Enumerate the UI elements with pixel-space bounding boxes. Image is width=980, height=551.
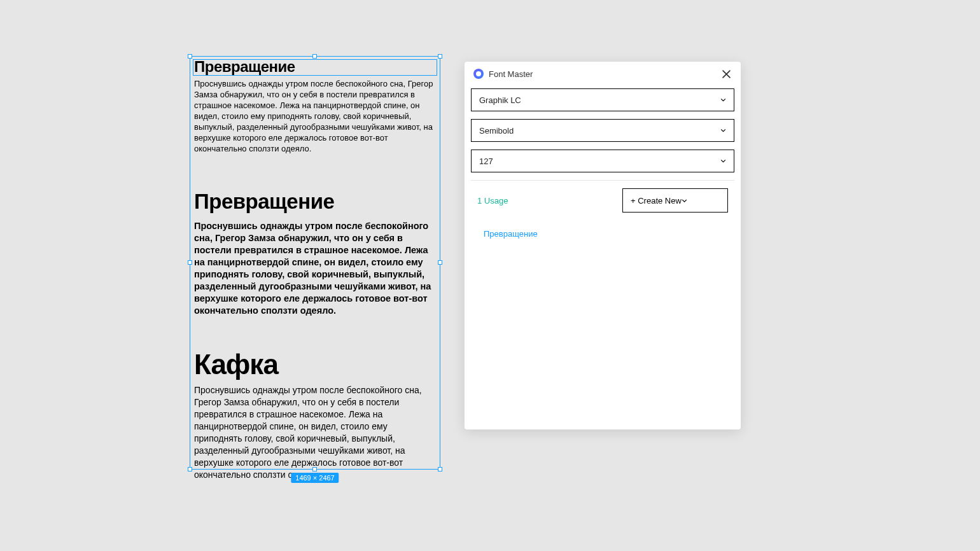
caret-down-icon bbox=[720, 99, 726, 102]
font-master-panel: Font Master Graphik LC Semibold 127 1 Us… bbox=[465, 62, 741, 429]
heading-3[interactable]: Кафка bbox=[194, 349, 436, 380]
usage-link[interactable]: Превращение bbox=[471, 213, 734, 255]
create-new-label: + Create New bbox=[631, 196, 682, 206]
canvas-frame[interactable]: Превращение Проснувшись однажды утром по… bbox=[190, 56, 440, 470]
paragraph-1[interactable]: Проснувшись однажды утром после беспокой… bbox=[194, 78, 436, 154]
heading-2[interactable]: Превращение bbox=[194, 190, 436, 214]
resize-handle-rm[interactable] bbox=[438, 260, 442, 265]
font-weight-select[interactable]: Semibold bbox=[471, 119, 734, 142]
panel-body: Graphik LC Semibold 127 1 Usage + Create… bbox=[465, 86, 741, 262]
font-size-select[interactable]: 127 bbox=[471, 150, 734, 172]
font-weight-value: Semibold bbox=[479, 126, 514, 136]
heading-1[interactable]: Превращение bbox=[194, 58, 436, 76]
font-family-value: Graphik LC bbox=[479, 95, 521, 105]
caret-down-icon bbox=[682, 199, 687, 202]
usage-row: 1 Usage + Create New bbox=[471, 188, 734, 213]
resize-handle-tl[interactable] bbox=[188, 54, 192, 59]
panel-header: Font Master bbox=[465, 62, 741, 86]
close-icon bbox=[722, 70, 731, 78]
dimensions-badge: 1469 × 2467 bbox=[291, 473, 339, 483]
close-button[interactable] bbox=[720, 68, 732, 80]
divider bbox=[471, 180, 734, 181]
resize-handle-lm[interactable] bbox=[188, 260, 192, 265]
paragraph-2[interactable]: Проснувшись однажды утром после беспокой… bbox=[194, 220, 436, 317]
paragraph-3[interactable]: Проснувшись однажды утром после беспокой… bbox=[194, 384, 436, 481]
usage-count-label: 1 Usage bbox=[477, 196, 615, 206]
panel-title: Font Master bbox=[489, 69, 715, 79]
font-size-value: 127 bbox=[479, 157, 493, 166]
create-new-select[interactable]: + Create New bbox=[622, 188, 728, 213]
font-family-select[interactable]: Graphik LC bbox=[471, 88, 734, 111]
resize-handle-br[interactable] bbox=[438, 467, 442, 471]
canvas-content: Превращение Проснувшись однажды утром по… bbox=[194, 57, 436, 481]
caret-down-icon bbox=[720, 160, 726, 163]
resize-handle-bl[interactable] bbox=[188, 467, 192, 471]
caret-down-icon bbox=[720, 129, 726, 132]
plugin-logo-icon bbox=[473, 69, 484, 79]
resize-handle-tr[interactable] bbox=[438, 54, 442, 59]
